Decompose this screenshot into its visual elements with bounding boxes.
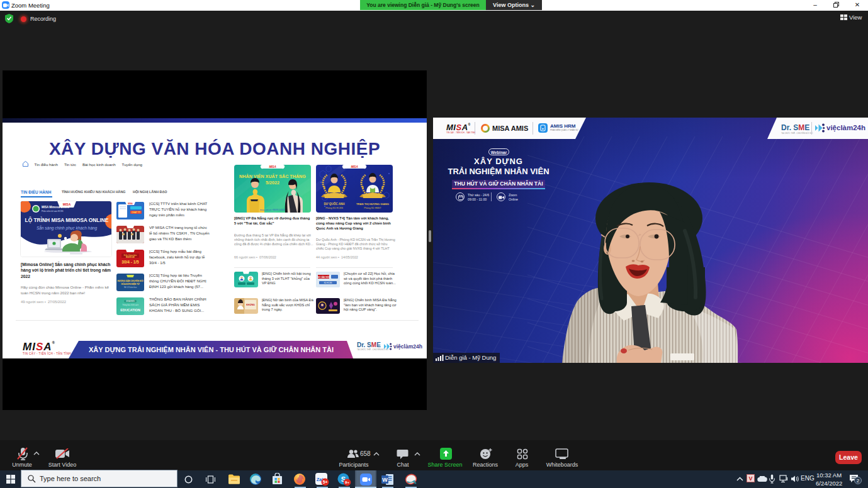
- svg-text:NHÂN VIÊN XUẤT SẮC THÁNG: NHÂN VIÊN XUẤT SẮC THÁNG: [239, 173, 306, 179]
- svg-text:30/4 - 1/5: 30/4 - 1/5: [121, 260, 139, 264]
- svg-text:MISA: MISA: [351, 165, 358, 169]
- svg-text:MISA: MISA: [269, 165, 276, 169]
- svg-text:Phòng KD HĐĐT: Phòng KD HĐĐT: [364, 207, 381, 209]
- svg-text:DƯ QUỐC ANH: DƯ QUỐC ANH: [324, 202, 345, 206]
- svg-text:MISA Mimosa Online: MISA Mimosa Online: [42, 206, 70, 209]
- svg-text:MISA: MISA: [128, 202, 133, 205]
- svg-text:TRẦN THỊ HƯƠNG GIANG: TRẦN THỊ HƯƠNG GIANG: [356, 202, 389, 206]
- svg-text:MISA EMIS: MISA EMIS: [126, 300, 135, 302]
- svg-text:W: W: [382, 477, 388, 483]
- svg-text:HÓA ĐƠN ĐIỆN TỬ: HÓA ĐƠN ĐIỆN TỬ: [121, 282, 140, 286]
- svg-text:9+: 9+: [345, 480, 349, 484]
- svg-text:misa.com.vn • NVXS 5/2022: misa.com.vn • NVXS 5/2022: [260, 209, 285, 211]
- svg-text:HƯỢNG DẬN CHUYỂN ĐỔI: HƯỢNG DẬN CHUYỂN ĐỔI: [117, 279, 143, 282]
- svg-text:KD HCSN: KD HCSN: [324, 282, 332, 284]
- svg-text:KHỨNG: KHỨNG: [246, 303, 255, 306]
- svg-text:Phòng KD HCSN: Phòng KD HCSN: [325, 207, 343, 209]
- svg-text:NGHỈ LỄ: NGHỈ LỄ: [126, 255, 135, 258]
- svg-text:NĐ 123 kèm theo: NĐ 123 kèm theo: [124, 286, 137, 289]
- svg-text:22 CÂU HỎI: 22 CÂU HỎI: [317, 275, 329, 279]
- svg-text:LỘ TRÌNH MISA MIMOSA ONLINE: LỘ TRÌNH MISA MIMOSA ONLINE: [25, 216, 109, 223]
- svg-text:EDUCATION: EDUCATION: [120, 308, 140, 312]
- svg-text:Thông báo chính sách: Thông báo chính sách: [122, 304, 138, 306]
- svg-text:CHAT TT: CHAT TT: [132, 211, 141, 214]
- svg-text:Phần mềm kế toán HCSN: Phần mềm kế toán HCSN: [42, 210, 64, 213]
- svg-text:5+: 5+: [323, 480, 328, 484]
- svg-text:Sẵn sàng chinh phục khách hàng: Sẵn sàng chinh phục khách hàng: [37, 225, 98, 231]
- svg-text:5/2022: 5/2022: [266, 180, 279, 186]
